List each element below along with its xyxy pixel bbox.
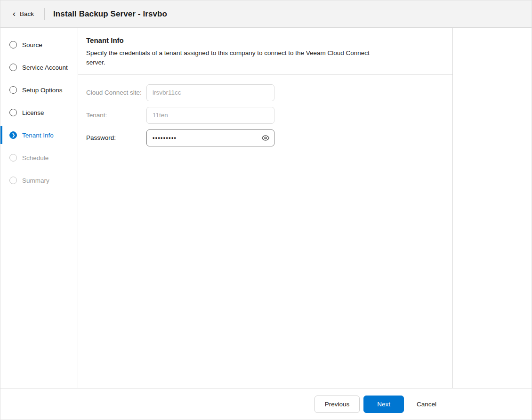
step-disabled-icon bbox=[9, 177, 17, 184]
cancel-button[interactable]: Cancel bbox=[410, 396, 443, 413]
password-label: Password: bbox=[86, 134, 146, 141]
wizard-header: ‹ Back Install Backup Server - lrsvbo bbox=[0, 0, 532, 28]
next-button[interactable]: Next bbox=[363, 396, 404, 413]
install-backup-server-wizard: ‹ Back Install Backup Server - lrsvbo So… bbox=[0, 0, 532, 420]
step-active-icon: ❯ bbox=[9, 131, 17, 139]
step-label: Summary bbox=[22, 177, 49, 184]
wizard-body: Source Service Account Setup Options Lic… bbox=[0, 28, 532, 388]
cloud-connect-site-label: Cloud Connect site: bbox=[86, 89, 146, 96]
step-label: Source bbox=[22, 41, 42, 48]
step-label: Schedule bbox=[22, 154, 48, 162]
step-content-header: Tenant Info Specify the credentials of a… bbox=[78, 28, 452, 75]
sidebar-step-summary: Summary bbox=[0, 169, 78, 192]
sidebar-step-setup-options[interactable]: Setup Options bbox=[0, 79, 78, 101]
step-label: License bbox=[22, 109, 44, 116]
sidebar-step-schedule: Schedule bbox=[0, 146, 78, 169]
back-chevron-icon: ‹ bbox=[13, 9, 16, 18]
password-input-wrap bbox=[146, 129, 274, 146]
step-pending-icon bbox=[9, 86, 17, 94]
chevron-right-icon: ❯ bbox=[12, 133, 16, 137]
header-divider bbox=[44, 8, 45, 20]
sidebar-step-license[interactable]: License bbox=[0, 101, 78, 124]
back-button[interactable]: ‹ Back bbox=[12, 8, 35, 21]
form-row-cloud-connect-site: Cloud Connect site: bbox=[86, 84, 452, 101]
previous-button[interactable]: Previous bbox=[314, 396, 360, 413]
cloud-connect-site-input bbox=[146, 84, 274, 101]
tenant-input-wrap bbox=[146, 107, 274, 124]
page-title: Install Backup Server - lrsvbo bbox=[53, 9, 167, 19]
tenant-info-form: Cloud Connect site: Tenant: Password: bbox=[78, 75, 452, 152]
password-input[interactable] bbox=[146, 129, 274, 146]
back-button-label: Back bbox=[20, 10, 34, 17]
step-pending-icon bbox=[9, 41, 17, 48]
cloud-connect-site-input-wrap bbox=[146, 84, 274, 101]
form-row-password: Password: bbox=[86, 129, 452, 146]
sidebar-step-service-account[interactable]: Service Account bbox=[0, 56, 78, 79]
tenant-input bbox=[146, 107, 274, 124]
step-content-panel: Tenant Info Specify the credentials of a… bbox=[78, 28, 453, 388]
step-label: Setup Options bbox=[22, 87, 63, 94]
eye-icon bbox=[261, 134, 270, 142]
sidebar-step-source[interactable]: Source bbox=[0, 33, 78, 56]
step-pending-icon bbox=[9, 64, 17, 71]
tenant-label: Tenant: bbox=[86, 112, 146, 119]
step-disabled-icon bbox=[9, 154, 17, 162]
wizard-footer: Previous Next Cancel bbox=[0, 388, 532, 420]
step-title: Tenant Info bbox=[86, 36, 443, 44]
step-description: Specify the credentials of a tenant assi… bbox=[86, 48, 390, 68]
sidebar-step-tenant-info[interactable]: ❯ Tenant Info bbox=[0, 124, 78, 146]
step-label: Service Account bbox=[22, 64, 68, 71]
wizard-steps-sidebar: Source Service Account Setup Options Lic… bbox=[0, 28, 78, 388]
step-label: Tenant Info bbox=[22, 132, 54, 139]
step-pending-icon bbox=[9, 109, 17, 116]
form-row-tenant: Tenant: bbox=[86, 107, 452, 124]
right-spacer bbox=[453, 28, 532, 388]
show-password-button[interactable] bbox=[257, 130, 274, 146]
